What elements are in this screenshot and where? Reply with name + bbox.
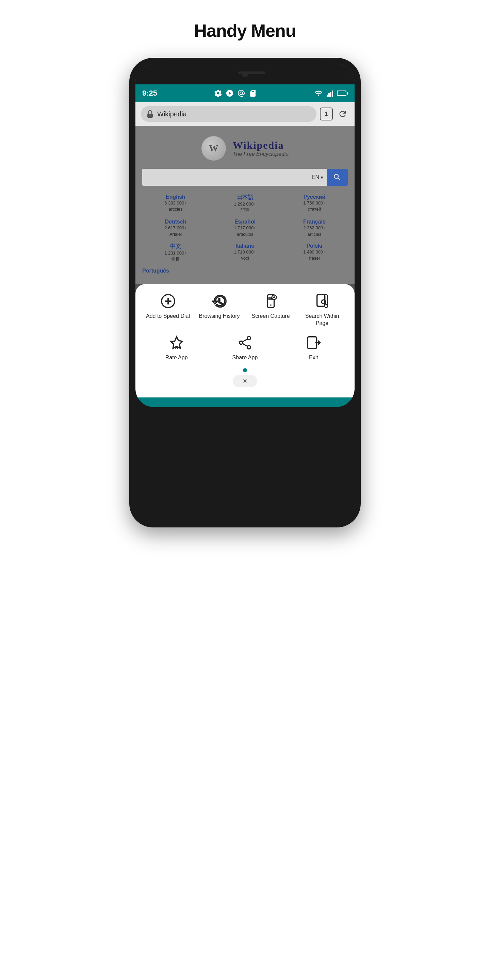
status-right [314, 89, 348, 97]
wiki-lang-item[interactable]: 中文 1 231 000+條目 [142, 243, 209, 262]
svg-point-19 [247, 337, 251, 340]
bottom-nav-bar [135, 398, 355, 407]
wiki-lang-item[interactable]: Русский 1 756 000+статей [281, 194, 348, 213]
wiki-lang-item[interactable]: Español 1 717 000+artículos [212, 219, 278, 237]
menu-row-2: Rate AppShare AppExit [142, 334, 348, 361]
tab-count: 1 [325, 111, 328, 117]
play-icon [226, 89, 234, 97]
menu-item-add-speed-dial[interactable]: Add to Speed Dial [144, 292, 192, 327]
wiki-header: Wikipedia The Free Encyclopedia [142, 136, 348, 161]
wiki-globe [202, 136, 226, 161]
menu-item-rate-app[interactable]: Rate App [153, 334, 200, 361]
svg-rect-7 [147, 114, 153, 118]
speaker-bar [238, 72, 266, 74]
svg-rect-1 [328, 93, 330, 97]
wiki-lang-count: 6 383 000+articles [142, 200, 209, 212]
phone-top-bar [135, 64, 355, 84]
wiki-lang-count: 1 756 000+статей [281, 200, 348, 212]
wiki-lang-more: Português [142, 268, 348, 274]
signal-icon [326, 89, 334, 97]
wiki-lang-name: English [142, 194, 209, 200]
svg-rect-24 [308, 337, 317, 348]
lock-icon [146, 110, 154, 118]
wiki-search-input[interactable] [142, 170, 308, 185]
svg-rect-0 [327, 95, 328, 97]
at-icon [237, 89, 245, 97]
chevron-down-icon: ▾ [321, 174, 323, 181]
url-bar-container: Wikipedia 1 [135, 102, 355, 126]
wiki-lang-item[interactable]: 日本語 1 292 000+記事 [212, 194, 278, 213]
wiki-lang-item[interactable]: English 6 383 000+articles [142, 194, 209, 213]
wiki-lang-name: Français [281, 219, 348, 225]
menu-label-rate-app: Rate App [165, 354, 188, 361]
wiki-lang-count: 1 717 000+artículos [212, 225, 278, 237]
wiki-lang-name: Español [212, 219, 278, 225]
wiki-lang-item[interactable]: Deutsch 2 617 000+Artikel [142, 219, 209, 237]
search-within-page-icon [313, 292, 331, 310]
svg-rect-5 [337, 91, 346, 95]
menu-item-exit[interactable]: Exit [290, 334, 337, 361]
screen-capture-icon [262, 292, 280, 310]
wiki-more-lang-name: Português [142, 268, 348, 274]
wiki-lang-text: EN [312, 174, 319, 180]
wiki-lang-name: 中文 [142, 243, 209, 250]
menu-item-share-app[interactable]: Share App [221, 334, 269, 361]
status-bar: 9:25 [135, 84, 355, 102]
svg-rect-2 [330, 92, 331, 97]
wiki-lang-item[interactable]: Italiano 1 718 000+voci [212, 243, 278, 262]
refresh-icon [338, 109, 347, 119]
svg-line-23 [243, 344, 247, 347]
svg-rect-6 [347, 92, 348, 95]
page-title: Handy Menu [194, 21, 296, 41]
menu-item-search-within-page[interactable]: Search Within Page [298, 292, 346, 327]
svg-rect-3 [332, 91, 333, 97]
wiki-lang-name: Italiano [212, 243, 278, 249]
wiki-lang-count: 1 231 000+條目 [142, 250, 209, 262]
menu-label-screen-capture: Screen Capture [251, 313, 290, 320]
menu-item-screen-capture[interactable]: Screen Capture [247, 292, 295, 327]
wiki-title: Wikipedia [233, 140, 289, 151]
svg-point-12 [270, 305, 272, 306]
wiki-lang-count: 2 617 000+Artikel [142, 225, 209, 237]
wiki-search-button[interactable] [327, 169, 348, 186]
add-speed-dial-icon [159, 292, 177, 310]
wiki-lang-selector[interactable]: EN ▾ [308, 170, 327, 185]
status-time: 9:25 [142, 89, 157, 98]
wiki-lang-name: Русский [281, 194, 348, 200]
wiki-lang-name: 日本語 [212, 194, 278, 201]
wiki-lang-count: 1 490 000+haseł [281, 249, 348, 261]
menu-label-search-within-page: Search Within Page [298, 313, 346, 327]
wiki-subtitle: The Free Encyclopedia [233, 151, 289, 157]
wiki-lang-grid: English 6 383 000+articles 日本語 1 292 000… [142, 194, 348, 262]
battery-icon [337, 90, 348, 97]
wiki-lang-count: 1 718 000+voci [212, 249, 278, 261]
settings-icon [214, 89, 222, 97]
wiki-lang-item[interactable]: Français 2 362 000+articles [281, 219, 348, 237]
status-icons [214, 89, 257, 97]
close-icon: × [243, 377, 247, 385]
bottom-sheet: Add to Speed DialBrowsing HistoryScreen … [135, 284, 355, 397]
menu-label-share-app: Share App [232, 354, 258, 361]
close-button[interactable]: × [233, 375, 257, 387]
share-app-icon [236, 334, 254, 352]
svg-point-21 [247, 345, 251, 349]
wiki-lang-item[interactable]: Polski 1 490 000+haseł [281, 243, 348, 262]
tab-button[interactable]: 1 [320, 108, 333, 121]
wiki-search-bar[interactable]: EN ▾ [142, 169, 348, 186]
menu-item-browsing-history[interactable]: Browsing History [196, 292, 243, 327]
refresh-button[interactable] [336, 108, 349, 121]
url-bar[interactable]: Wikipedia [141, 106, 317, 122]
svg-point-20 [240, 341, 243, 344]
phone-screen: 9:25 [135, 64, 355, 407]
rate-app-icon [168, 334, 185, 352]
wiki-lang-name: Deutsch [142, 219, 209, 225]
menu-label-add-speed-dial: Add to Speed Dial [146, 313, 190, 320]
wiki-title-text: Wikipedia [233, 140, 284, 151]
wiki-lang-count: 2 362 000+articles [281, 225, 348, 237]
exit-icon [305, 334, 322, 352]
menu-label-exit: Exit [309, 354, 318, 361]
wifi-icon [314, 89, 323, 97]
svg-rect-16 [317, 295, 325, 307]
menu-label-browsing-history: Browsing History [199, 313, 240, 320]
wiki-lang-name: Polski [281, 243, 348, 249]
